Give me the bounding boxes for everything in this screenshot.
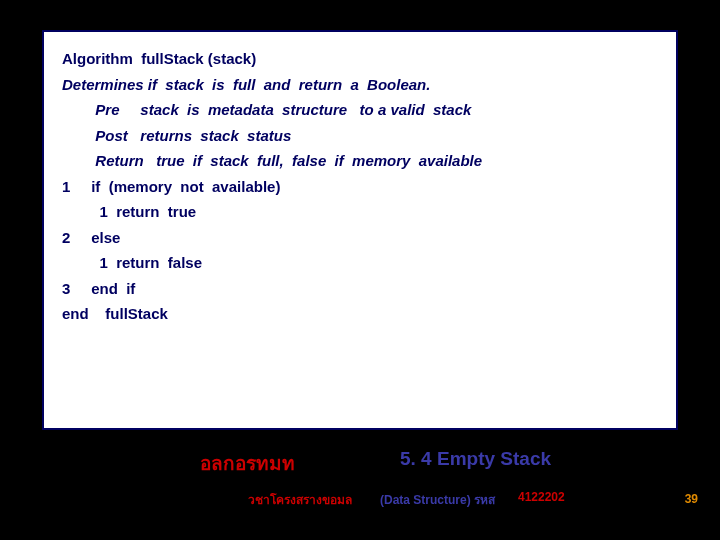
footer-thai-title: อลกอรทมท	[200, 448, 295, 478]
footer-course-name: วชาโครงสรางขอมล	[248, 490, 352, 509]
algo-return: Return true if stack full, false if memo…	[62, 148, 658, 174]
footer-course-code: 4122202	[518, 490, 565, 504]
footer-course-label: (Data Structure) รหส	[380, 490, 495, 509]
algo-line-2: 2 else	[62, 225, 658, 251]
algorithm-card: Algorithm fullStack (stack) Determines i…	[42, 30, 678, 430]
algo-line-1: 1 if (memory not available)	[62, 174, 658, 200]
algo-line-2a: 1 return false	[62, 250, 658, 276]
algo-end: end fullStack	[62, 301, 658, 327]
algo-post: Post returns stack status	[62, 123, 658, 149]
algo-description: Determines if stack is full and return a…	[62, 72, 658, 98]
page-number: 39	[685, 492, 698, 506]
algo-line-3: 3 end if	[62, 276, 658, 302]
algo-line-1a: 1 return true	[62, 199, 658, 225]
algo-title: Algorithm fullStack (stack)	[62, 46, 658, 72]
algo-pre: Pre stack is metadata structure to a val…	[62, 97, 658, 123]
footer-section-title: 5. 4 Empty Stack	[400, 448, 551, 470]
